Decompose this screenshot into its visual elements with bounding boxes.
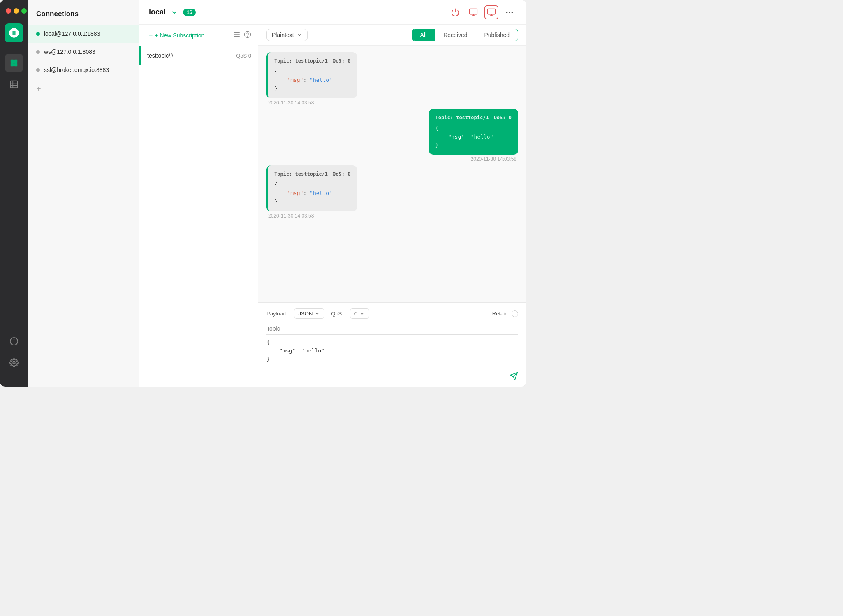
sub-help-icon[interactable]	[244, 31, 251, 40]
top-bar: local 16	[139, 0, 526, 25]
sub-header-icons	[233, 31, 251, 40]
svg-rect-3	[14, 63, 17, 66]
svg-point-11	[13, 361, 15, 364]
filter-tab-received[interactable]: Received	[435, 29, 475, 41]
subscriptions-panel: + + New Subscription	[139, 25, 258, 387]
compose-options: Payload: JSON QoS: 0	[266, 308, 518, 319]
svg-rect-0	[11, 60, 14, 63]
message-bubble: Topic: testtopic/1 QoS: 0 { "msg": "hell…	[266, 165, 357, 211]
message-timestamp: 2020-11-30 14:03:58	[266, 100, 315, 106]
connection-status-dot	[36, 68, 40, 72]
message-qos: QoS: 0	[333, 170, 350, 178]
nav-connections-icon[interactable]	[5, 54, 23, 72]
message-header: Topic: testtopic/1 QoS: 0	[435, 114, 512, 122]
retain-option: Retain:	[492, 310, 518, 317]
minimize-button[interactable]	[14, 8, 19, 14]
connections-panel: Connections local@127.0.0.1:1883 ws@127.…	[28, 0, 139, 387]
connection-dropdown-button[interactable]	[171, 9, 178, 16]
message-header: Topic: testtopic/1 QoS: 0	[274, 170, 350, 178]
top-bar-actions	[448, 5, 516, 19]
add-icon: +	[36, 85, 41, 93]
messages-area: Plaintext All Received Published	[258, 25, 526, 387]
message-bubble: Topic: testtopic/1 QoS: 0 { "msg": "hell…	[429, 109, 518, 155]
svg-point-19	[506, 12, 508, 13]
subscription-topic: testtopic/#	[147, 52, 231, 59]
power-button[interactable]	[448, 5, 462, 19]
qos-label: QoS:	[331, 310, 343, 317]
message-qos: QoS: 0	[333, 57, 350, 65]
nav-info-icon[interactable]	[5, 332, 23, 350]
connection-item-ssl[interactable]: ssl@broker.emqx.io:8883	[28, 61, 139, 79]
message-body: { "msg": "hello" }	[435, 124, 512, 150]
topic-input[interactable]	[266, 323, 518, 335]
add-connection-button[interactable]: +	[28, 79, 139, 99]
message-qos: QoS: 0	[494, 114, 512, 122]
connection-item-local[interactable]: local@127.0.0.1:1883	[28, 25, 139, 43]
connection-label: local@127.0.0.1:1883	[44, 30, 100, 37]
message-body: { "msg": "hello" }	[274, 67, 350, 93]
message-row-received-2: Topic: testtopic/1 QoS: 0 { "msg": "hell…	[266, 165, 518, 219]
retain-checkbox[interactable]	[512, 310, 518, 317]
main-content: local 16	[139, 0, 526, 387]
nav-settings-icon[interactable]	[5, 354, 23, 372]
retain-label: Retain:	[492, 310, 509, 317]
message-timestamp: 2020-11-30 14:03:58	[266, 213, 315, 219]
subscription-qos: QoS 0	[236, 53, 251, 59]
svg-rect-13	[470, 9, 477, 14]
sub-list-icon[interactable]	[233, 31, 241, 40]
svg-rect-4	[11, 81, 18, 88]
payload-label: Payload:	[266, 310, 287, 317]
connection-item-ws[interactable]: ws@127.0.0.1:8083	[28, 43, 139, 61]
messages-scroll[interactable]: Topic: testtopic/1 QoS: 0 { "msg": "hell…	[258, 46, 526, 302]
svg-point-21	[512, 12, 513, 13]
message-timestamp: 2020-11-30 14:03:58	[469, 156, 518, 162]
messages-toolbar: Plaintext All Received Published	[258, 25, 526, 46]
send-button[interactable]	[509, 372, 518, 381]
more-options-button[interactable]	[503, 5, 516, 19]
connections-header: Connections	[28, 0, 139, 25]
connection-count-badge: 16	[183, 9, 196, 16]
svg-rect-2	[11, 63, 14, 66]
message-row-received-1: Topic: testtopic/1 QoS: 0 { "msg": "hell…	[266, 52, 518, 106]
subscriptions-header: + + New Subscription	[139, 25, 258, 46]
message-topic: Topic: testtopic/1	[274, 170, 328, 178]
icon-sidebar	[0, 0, 28, 387]
message-bubble: Topic: testtopic/1 QoS: 0 { "msg": "hell…	[266, 52, 357, 98]
message-body-input[interactable]	[266, 338, 518, 367]
connection-status-dot	[36, 50, 40, 54]
new-sub-label: + New Subscription	[155, 32, 204, 39]
filter-tab-published[interactable]: Published	[476, 29, 518, 41]
new-sub-icon: +	[149, 32, 153, 39]
message-topic: Topic: testtopic/1	[274, 57, 328, 65]
compose-format-label: JSON	[299, 310, 313, 317]
maximize-button[interactable]	[21, 8, 27, 14]
inactive-monitor-button[interactable]	[466, 5, 480, 19]
svg-rect-16	[488, 9, 495, 14]
split-area: + + New Subscription	[139, 25, 526, 387]
connection-label: ssl@broker.emqx.io:8883	[44, 67, 109, 73]
active-connection-name: local	[149, 8, 166, 16]
svg-rect-1	[14, 60, 17, 63]
qos-select[interactable]: 0	[350, 308, 369, 319]
filter-tabs: All Received Published	[412, 29, 518, 41]
svg-point-20	[509, 12, 510, 13]
message-topic: Topic: testtopic/1	[435, 114, 489, 122]
compose-footer	[266, 372, 518, 381]
close-button[interactable]	[6, 8, 11, 14]
format-select-compose[interactable]: JSON	[294, 308, 325, 319]
nav-subscriptions-icon[interactable]	[5, 75, 23, 93]
format-select[interactable]: Plaintext	[266, 29, 308, 41]
app-logo	[5, 23, 23, 42]
active-monitor-button[interactable]	[484, 5, 498, 19]
message-row-published-1: Topic: testtopic/1 QoS: 0 { "msg": "hell…	[266, 109, 518, 162]
message-body: { "msg": "hello" }	[274, 181, 350, 206]
filter-tab-all[interactable]: All	[412, 29, 435, 41]
nav-icons	[5, 54, 23, 332]
connection-label: ws@127.0.0.1:8083	[44, 49, 95, 55]
message-header: Topic: testtopic/1 QoS: 0	[274, 57, 350, 65]
format-label: Plaintext	[272, 32, 294, 38]
traffic-lights	[0, 8, 27, 14]
new-subscription-button[interactable]: + + New Subscription	[146, 30, 208, 40]
subscription-item[interactable]: testtopic/# QoS 0	[139, 46, 258, 65]
connection-status-dot	[36, 32, 40, 36]
